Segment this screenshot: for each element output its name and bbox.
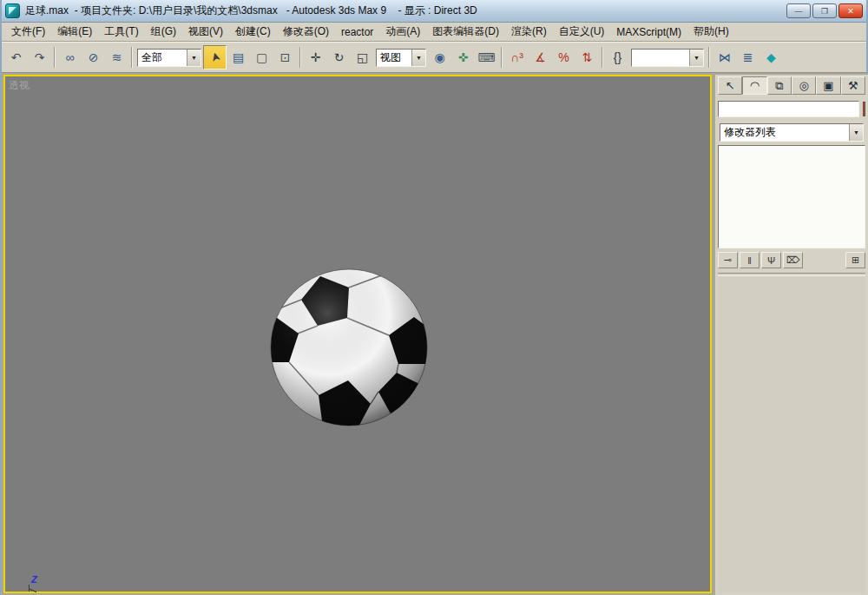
minimize-button[interactable]: — [786,3,811,18]
menu-item-reactor[interactable]: reactor [335,23,379,41]
app-window: 足球.max - 项目文件夹: D:\用户目录\我的文档\3dsmax - Au… [0,0,868,595]
keyboard-shortcut-override-button[interactable]: ⌨ [475,45,498,69]
align-icon: ≣ [743,51,753,63]
name-and-color-row [718,101,865,117]
pin-stack-button[interactable]: ⊸ [718,252,738,268]
unlink-selection-icon: ⊘ [89,51,99,63]
menu-item-rendering[interactable]: 渲染(R) [505,22,553,42]
modifier-list-dropdown[interactable]: 修改器列表 ▼ [720,123,864,142]
reference-coordinate-system-dropdown[interactable]: 视图▼ [376,49,426,67]
material-editor-icon: ◆ [766,51,776,63]
window-crossing-toggle-button[interactable]: ⊡ [273,45,297,69]
select-and-scale-button[interactable]: ◱ [351,45,374,69]
tab-utilities[interactable]: ⚒ [841,76,865,95]
tab-motion[interactable]: ◎ [792,76,816,95]
material-editor-button[interactable]: ◆ [760,45,783,69]
select-and-move-icon: ✛ [311,51,321,63]
select-object-button[interactable]: ➤ [203,45,227,69]
select-by-name-button[interactable]: ▤ [227,45,250,69]
spinner-snap-toggle-button[interactable]: ⇅ [575,45,599,69]
undo-icon: ↶ [11,51,22,63]
menu-item-edit[interactable]: 编辑(E) [51,22,98,42]
soccer-ball-object[interactable] [266,265,431,430]
select-and-manipulate-button[interactable]: ✜ [451,45,475,69]
menu-item-create[interactable]: 创建(C) [229,22,277,42]
command-panel: ↖◠⧉◎▣⚒ 修改器列表 ▼ ⊸‖Ψ⌦⊞ [715,75,868,595]
unlink-selection-button[interactable]: ⊘ [82,45,105,69]
menu-item-customize[interactable]: 自定义(U) [553,22,611,42]
percent-snap-toggle-icon: % [558,51,569,63]
chevron-down-icon[interactable]: ▼ [849,124,863,141]
configure-modifier-sets-button[interactable]: ⊞ [845,252,865,268]
select-and-manipulate-icon: ✜ [458,51,469,63]
toolbar-separator [602,47,603,68]
remove-modifier-button[interactable]: ⌦ [783,252,803,268]
show-end-result-button[interactable]: ‖ [740,252,760,268]
make-unique-button[interactable]: Ψ [761,252,781,268]
select-and-scale-icon: ◱ [357,51,368,63]
mirror-button[interactable]: ⋈ [713,45,736,69]
select-by-name-icon: ▤ [233,51,244,63]
use-pivot-point-center-button[interactable]: ◉ [428,45,451,69]
menu-item-views[interactable]: 视图(V) [182,22,229,42]
toolbar-separator [501,47,503,68]
main-toolbar: ↶↷∞⊘≋全部▼➤▤▢⊡✛↻◱视图▼◉✜⌨∩³∡%⇅{}▼⋈≣◆ [2,42,866,73]
chevron-down-icon[interactable]: ▼ [689,50,703,66]
tab-modify[interactable]: ◠ [742,76,766,95]
menu-item-tools[interactable]: 工具(T) [98,22,144,42]
chevron-down-icon[interactable]: ▼ [187,50,201,66]
make-unique-icon: Ψ [767,255,775,266]
snap-toggle-3d-button[interactable]: ∩³ [505,45,529,69]
object-name-input[interactable] [718,101,859,117]
tab-display[interactable]: ▣ [816,76,840,95]
percent-snap-toggle-button[interactable]: % [552,45,575,69]
rollout-area [718,275,865,593]
select-and-rotate-button[interactable]: ↻ [327,45,351,69]
selection-filter-dropdown[interactable]: 全部▼ [137,49,201,67]
select-and-move-button[interactable]: ✛ [304,45,327,69]
menu-item-modifiers[interactable]: 修改器(O) [277,22,335,42]
redo-button[interactable]: ↷ [28,45,51,69]
menu-item-graph-editors[interactable]: 图表编辑器(D) [426,22,505,42]
select-and-link-button[interactable]: ∞ [58,45,82,69]
object-color-swatch[interactable] [863,102,865,116]
close-button[interactable]: ✕ [838,3,863,18]
named-selection-sets-dropdown[interactable]: ▼ [631,49,704,67]
modifier-stack-buttons: ⊸‖Ψ⌦⊞ [718,252,865,274]
tab-hierarchy[interactable]: ⧉ [767,76,792,95]
show-end-result-icon: ‖ [747,255,752,266]
chevron-down-icon[interactable]: ▼ [411,50,425,66]
menu-item-maxscript[interactable]: MAXScript(M) [610,23,687,41]
menu-item-group[interactable]: 组(G) [145,22,182,42]
pin-stack-icon: ⊸ [724,255,732,266]
app-icon [5,3,20,18]
tab-create[interactable]: ↖ [718,76,742,95]
snap-toggle-3d-icon: ∩³ [510,51,523,63]
undo-button[interactable]: ↶ [4,45,28,69]
menu-bar: 文件(F)编辑(E)工具(T)组(G)视图(V)创建(C)修改器(O)react… [2,23,866,42]
reference-coordinate-system-value: 视图 [377,50,411,65]
menu-item-help[interactable]: 帮助(H) [687,22,735,42]
main-area: 透视 [2,73,866,595]
maximize-button[interactable]: ❐ [812,3,837,18]
menu-item-animation[interactable]: 动画(A) [379,22,426,42]
perspective-viewport[interactable]: 透视 [3,75,712,593]
display-tab-icon: ▣ [823,79,833,92]
menu-item-file[interactable]: 文件(F) [5,22,51,42]
bind-to-space-warp-button[interactable]: ≋ [105,45,128,69]
toolbar-separator [708,47,710,68]
select-and-rotate-icon: ↻ [334,51,345,63]
use-pivot-point-center-icon: ◉ [434,51,444,63]
spinner-snap-toggle-icon: ⇅ [582,51,593,63]
toolbar-separator [131,47,133,68]
bind-to-space-warp-icon: ≋ [112,51,122,63]
edit-named-selection-sets-button[interactable]: {} [606,45,629,69]
keyboard-shortcut-override-icon: ⌨ [477,51,495,63]
rect-selection-region-button[interactable]: ▢ [250,45,273,69]
toolbar-separator [54,47,56,68]
angle-snap-toggle-button[interactable]: ∡ [529,45,552,69]
select-object-icon: ➤ [207,51,222,64]
modify-tab-icon: ◠ [750,79,760,92]
align-button[interactable]: ≣ [736,45,760,69]
modifier-stack-list[interactable] [718,145,865,248]
